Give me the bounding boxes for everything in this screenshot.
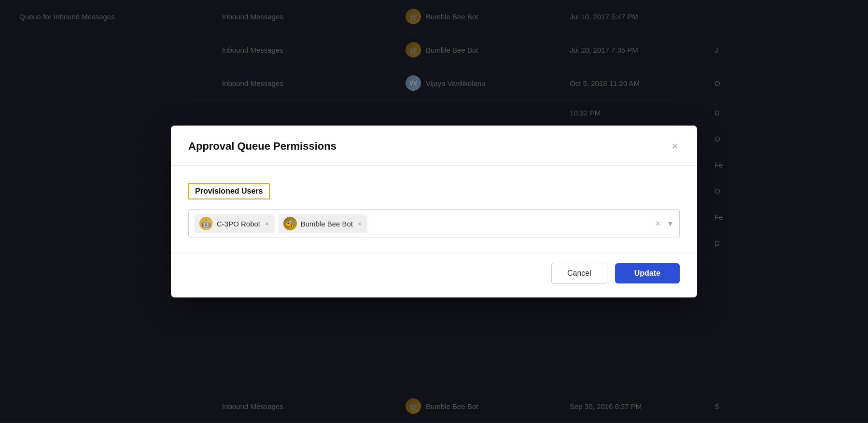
modal-title: Approval Queue Permissions [188,140,336,153]
update-button[interactable]: Update [615,263,680,283]
tag-label-bumble: Bumble Bee Bot [301,220,353,228]
tag-c3po: 🤖 C-3PO Robot × [195,214,275,233]
modal-footer: Cancel Update [171,253,697,297]
tag-avatar-c3po: 🤖 [199,217,213,230]
tag-remove-bumble[interactable]: × [357,221,363,227]
modal-body: Provisioned Users 🤖 C-3PO Robot × 🐝 Bumb… [171,166,697,253]
modal-header: Approval Queue Permissions × [171,126,697,166]
modal-overlay: Approval Queue Permissions × Provisioned… [0,0,868,423]
tag-bumble: 🐝 Bumble Bee Bot × [279,214,367,233]
tag-label-c3po: C-3PO Robot [217,220,260,228]
permissions-modal: Approval Queue Permissions × Provisioned… [171,126,697,297]
select-dropdown-button[interactable]: ▾ [667,217,673,230]
modal-close-button[interactable]: × [670,139,680,154]
cancel-button[interactable]: Cancel [551,263,607,284]
field-label: Provisioned Users [188,183,270,199]
provisioned-users-select[interactable]: 🤖 C-3PO Robot × 🐝 Bumble Bee Bot × × ▾ [188,209,680,238]
select-clear-button[interactable]: × [654,218,661,230]
select-controls: × ▾ [654,217,673,230]
tag-avatar-bumble: 🐝 [283,217,297,230]
tag-remove-c3po[interactable]: × [264,221,270,227]
